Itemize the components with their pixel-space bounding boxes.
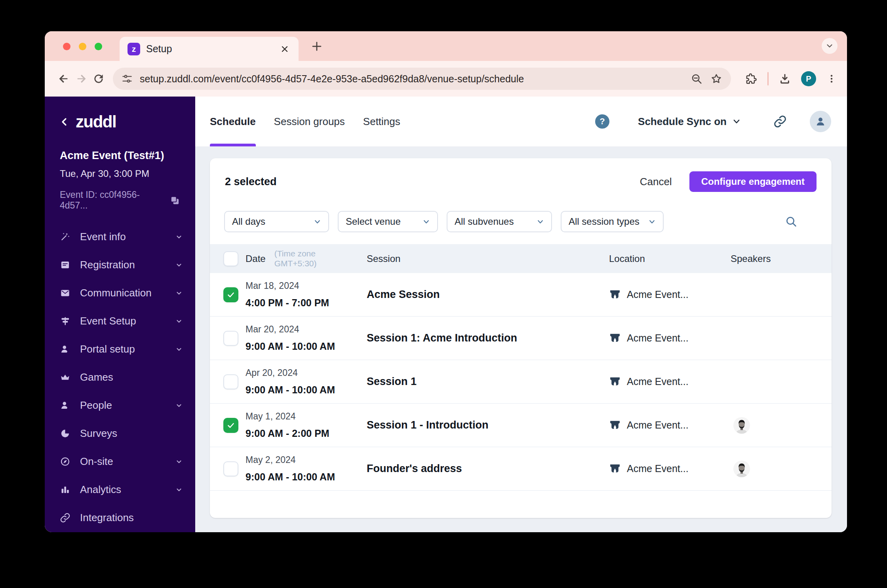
minimize-window-button[interactable]: [79, 43, 86, 50]
chevron-down-icon: [175, 262, 183, 269]
chevron-down-icon: [175, 458, 183, 465]
column-session: Session: [367, 253, 609, 264]
sidebar-item-label: Analytics: [80, 484, 121, 496]
header-actions: ? Schedule Sync on: [595, 111, 831, 132]
event-datetime: Tue, Apr 30, 3:00 PM: [60, 168, 180, 179]
tab-schedule[interactable]: Schedule: [210, 97, 256, 146]
browser-profile-avatar[interactable]: P: [801, 71, 816, 86]
row-checkbox[interactable]: [223, 461, 238, 476]
zoom-out-icon[interactable]: [691, 73, 702, 85]
back-icon[interactable]: [55, 70, 72, 87]
zoom-window-button[interactable]: [95, 43, 102, 50]
reload-icon[interactable]: [90, 70, 107, 87]
session-date: May 1, 2024: [246, 411, 367, 422]
session-row[interactable]: Apr 20, 2024 9:00 AM - 10:00 AM Session …: [210, 360, 832, 404]
session-location[interactable]: Acme Event...: [627, 332, 689, 344]
help-icon[interactable]: ?: [595, 114, 609, 129]
copy-icon[interactable]: [169, 195, 180, 206]
speaker-avatar[interactable]: [733, 417, 832, 434]
speaker-avatar[interactable]: [733, 460, 832, 478]
sidebar-item-communication[interactable]: Communication: [45, 279, 195, 307]
session-row[interactable]: Mar 20, 2024 9:00 AM - 10:00 AM Session …: [210, 317, 832, 360]
venue-filter-select[interactable]: Select venue: [338, 211, 438, 232]
row-checkbox[interactable]: [223, 331, 238, 346]
selected-count: 2 selected: [225, 176, 277, 188]
days-filter-select[interactable]: All days: [224, 211, 329, 232]
browser-tab[interactable]: z Setup: [120, 37, 299, 61]
session-time: 9:00 AM - 2:00 PM: [246, 428, 367, 439]
session-location[interactable]: Acme Event...: [627, 419, 689, 431]
schedule-sync-label: Schedule Sync on: [638, 116, 727, 128]
tabstrip-chevron-icon[interactable]: [822, 38, 838, 54]
sidebar-item-portal-setup[interactable]: Portal setup: [45, 335, 195, 363]
session-time: 9:00 AM - 10:00 AM: [246, 341, 367, 352]
select-all-checkbox[interactable]: [223, 251, 238, 266]
sidebar-item-on-site[interactable]: On-site: [45, 448, 195, 476]
sidebar-item-label: Communication: [80, 287, 152, 299]
row-checkbox[interactable]: [223, 374, 238, 389]
schedule-sync-dropdown[interactable]: Schedule Sync on: [638, 116, 741, 128]
session-title: Acme Session: [367, 288, 609, 301]
sidebar-item-label: Surveys: [80, 427, 117, 440]
session-title: Session 1 - Introduction: [367, 419, 609, 431]
sidebar-item-surveys[interactable]: Surveys: [45, 419, 195, 448]
sidebar-item-label: On-site: [80, 455, 113, 468]
column-date: Date: [246, 253, 266, 264]
tab-label: Schedule: [210, 116, 256, 128]
forward-icon[interactable]: [72, 70, 90, 87]
event-id: Event ID: cc0f4956-4d57...: [60, 190, 163, 211]
stage-icon: [609, 463, 621, 475]
browser-toolbar: setup.zuddl.com/event/cc0f4956-4d57-4e2e…: [45, 61, 847, 97]
close-window-button[interactable]: [63, 43, 70, 50]
stage-icon: [609, 376, 621, 388]
wand-icon: [60, 231, 70, 242]
sidebar-item-registration[interactable]: Registration: [45, 251, 195, 279]
window-controls: [63, 43, 102, 50]
session-title: Session 1: [367, 376, 609, 388]
event-name: Acme Event (Test#1): [60, 150, 180, 162]
sidebar-item-people[interactable]: People: [45, 391, 195, 419]
chevron-down-icon: [423, 218, 430, 226]
sidebar-item-event-info[interactable]: Event info: [45, 223, 195, 251]
person-icon: [60, 344, 70, 355]
select-value: All subvenues: [455, 216, 514, 227]
collapse-sidebar-icon[interactable]: [60, 117, 69, 127]
schedule-panel: 2 selected Cancel Configure engagement A…: [210, 158, 832, 518]
row-checkbox[interactable]: [223, 418, 238, 433]
bookmark-star-icon[interactable]: [710, 73, 722, 85]
tune-icon[interactable]: [122, 73, 133, 84]
session-location[interactable]: Acme Event...: [627, 376, 689, 387]
sidebar-item-analytics[interactable]: Analytics: [45, 476, 195, 504]
subvenue-filter-select[interactable]: All subvenues: [447, 211, 552, 232]
chevron-down-icon: [648, 218, 656, 226]
row-checkbox[interactable]: [223, 287, 238, 302]
chevron-down-icon: [175, 486, 183, 493]
session-row[interactable]: Mar 18, 2024 4:00 PM - 7:00 PM Acme Sess…: [210, 273, 832, 317]
user-avatar[interactable]: [810, 111, 831, 132]
sidebar-item-integrations[interactable]: Integrations: [45, 504, 195, 532]
zuddl-logo[interactable]: zuddl: [76, 112, 116, 131]
tab-session-groups[interactable]: Session groups: [274, 97, 345, 146]
session-type-filter-select[interactable]: All session types: [561, 211, 664, 232]
close-tab-icon[interactable]: [279, 43, 291, 55]
new-tab-icon[interactable]: [309, 39, 324, 54]
download-icon[interactable]: [779, 73, 791, 85]
session-row[interactable]: May 1, 2024 9:00 AM - 2:00 PM Session 1 …: [210, 404, 832, 447]
tab-favicon: z: [128, 43, 140, 55]
sidebar-item-label: Event info: [80, 231, 126, 243]
session-time: 4:00 PM - 7:00 PM: [246, 297, 367, 309]
cancel-button[interactable]: Cancel: [640, 176, 672, 188]
tab-settings[interactable]: Settings: [363, 97, 400, 146]
configure-engagement-button[interactable]: Configure engagement: [689, 171, 817, 192]
session-row[interactable]: May 2, 2024 9:00 AM - 10:00 AM Founder's…: [210, 447, 832, 491]
search-icon[interactable]: [785, 215, 798, 228]
url-text[interactable]: setup.zuddl.com/event/cc0f4956-4d57-4e2e…: [140, 73, 683, 85]
address-bar[interactable]: setup.zuddl.com/event/cc0f4956-4d57-4e2e…: [113, 68, 731, 90]
sidebar-item-games[interactable]: Games: [45, 363, 195, 391]
session-location[interactable]: Acme Event...: [627, 463, 689, 474]
kebab-menu-icon[interactable]: [826, 73, 837, 85]
extensions-icon[interactable]: [745, 73, 757, 85]
sidebar-item-event-setup[interactable]: Event Setup: [45, 307, 195, 335]
share-link-icon[interactable]: [773, 115, 787, 128]
session-location[interactable]: Acme Event...: [627, 289, 689, 300]
